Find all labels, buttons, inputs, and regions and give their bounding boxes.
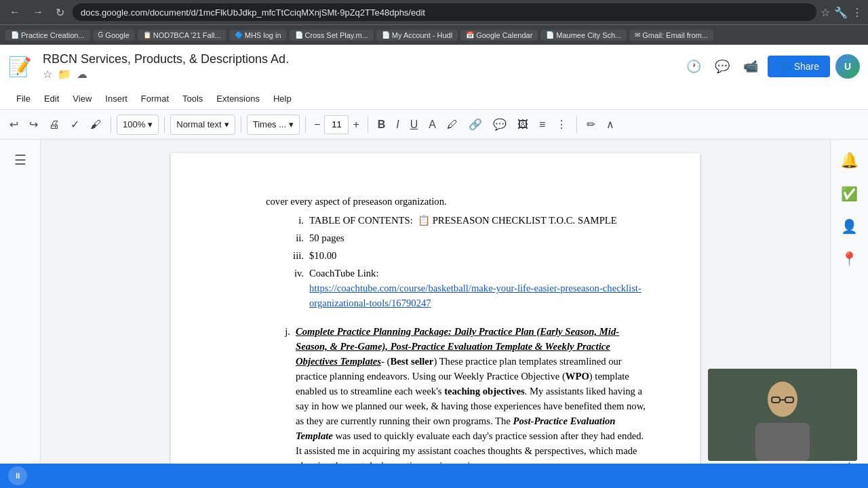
highlight-button[interactable]: 🖊 [443, 116, 462, 134]
zoom-value: 100% [123, 119, 145, 129]
notification-icon[interactable]: 🔔 [836, 148, 863, 174]
pause-button[interactable]: ⏸ [8, 466, 27, 485]
bookmark-nod7bca[interactable]: 📋 NOD7BCA '21 Fall... [138, 30, 226, 41]
text-color-button[interactable]: A [425, 116, 440, 134]
pencil-button[interactable]: ✏ [583, 115, 599, 134]
forward-button[interactable]: → [28, 5, 47, 20]
marker-iii: iii. [279, 248, 304, 263]
marker-i: i. [279, 213, 304, 228]
docs-header: 📝 RBCN Services, Products, & Description… [0, 45, 868, 88]
italic-button[interactable]: I [392, 116, 403, 134]
list-item: iii. $10.00 [279, 248, 646, 263]
bookmark-hudl[interactable]: 📄 My Account - Hudl [376, 30, 458, 41]
style-value: Normal text [176, 119, 221, 129]
share-icon: 👤 [778, 61, 790, 72]
avatar[interactable]: U [835, 54, 860, 79]
more-button[interactable]: ⋮ [552, 115, 571, 134]
video-silhouette [708, 369, 857, 461]
bookmark-crossset[interactable]: 📄 Cross Set Play.m... [290, 30, 374, 41]
bookmark-icon-5: 📄 [382, 31, 390, 39]
sidebar-left: ☰ [0, 140, 41, 488]
bookmark-calendar[interactable]: 📅 Google Calendar [460, 30, 538, 41]
share-button[interactable]: 👤 Share [768, 56, 830, 77]
map-pin-icon[interactable]: 📍 [837, 247, 862, 271]
style-dropdown[interactable]: Normal text ▾ [170, 115, 235, 135]
browser-controls: ← → ↻ [5, 5, 68, 20]
style-chevron-icon: ▾ [224, 119, 229, 129]
back-button[interactable]: ← [5, 5, 24, 20]
bookmark-maumee[interactable]: 📄 Maumee City Sch... [540, 30, 627, 41]
menu-bar: File Edit View Insert Format Tools Exten… [0, 88, 868, 110]
separator-3 [241, 117, 241, 133]
reload-button[interactable]: ↻ [52, 5, 68, 20]
collapse-button[interactable]: ∧ [602, 115, 618, 134]
menu-insert[interactable]: Insert [100, 91, 133, 106]
address-bar[interactable]: docs.google.com/document/d/1mcFlkUbJdkp_… [73, 3, 816, 21]
zoom-chevron-icon: ▾ [148, 119, 153, 129]
doc-page: cover every aspect of preseason organiza… [171, 153, 700, 488]
bookmark-mhs[interactable]: 🔷 MHS log in [229, 30, 287, 41]
bookmark-icon-3: 🔷 [235, 31, 243, 39]
extensions-icon[interactable]: 🔧 [834, 6, 848, 19]
bookmark-icon-0: 📄 [11, 31, 19, 39]
marker-iv: iv. [279, 266, 304, 310]
section-j-title: Complete Practice Planning Package: Dail… [296, 326, 619, 367]
coachtube-link[interactable]: https://coachtube.com/course/basketball/… [309, 283, 642, 308]
bookmark-label-8: Gmail: Email from... [642, 31, 708, 39]
image-button[interactable]: 🖼 [513, 116, 532, 134]
wpo-abbr: WPO [566, 371, 589, 382]
docs-title[interactable]: RBCN Services, Products, & Descriptions … [43, 52, 674, 66]
bookmark-icon-6: 📅 [466, 31, 474, 39]
browser-icons: ☆ 🔧 ⋮ [821, 6, 863, 19]
bookmark-practice-creation[interactable]: 📄 Practice Creation... [5, 30, 90, 41]
print-button[interactable]: 🖨 [45, 116, 64, 134]
comment-button[interactable]: 💬 [489, 115, 511, 134]
menu-help[interactable]: Help [268, 91, 297, 106]
bookmark-google[interactable]: G Google [93, 30, 135, 41]
menu-tools[interactable]: Tools [177, 91, 208, 106]
bookmark-gmail[interactable]: ✉ Gmail: Email from... [629, 30, 713, 41]
video-overlay [708, 369, 857, 461]
svg-rect-3 [755, 423, 810, 461]
menu-file[interactable]: File [11, 91, 36, 106]
font-value: Times ... [253, 119, 286, 129]
bookmark-star-icon[interactable]: ☆ [821, 6, 830, 19]
menu-edit[interactable]: Edit [39, 91, 64, 106]
align-button[interactable]: ≡ [535, 116, 549, 134]
font-size-input[interactable] [324, 115, 349, 134]
link-button[interactable]: 🔗 [465, 115, 486, 134]
bottom-bar: ⏸ [0, 464, 868, 488]
bold-button[interactable]: B [374, 116, 390, 134]
cloud-icon[interactable]: ☁ [77, 68, 87, 81]
list-item: i. TABLE OF CONTENTS: 📋 PRESEASON CHECKL… [279, 213, 646, 228]
font-size-increase-button[interactable]: + [350, 117, 361, 132]
section-j: j. Complete Practice Planning Package: D… [266, 324, 646, 473]
star-icon[interactable]: ☆ [43, 68, 52, 81]
history-icon[interactable]: 🕐 [682, 55, 705, 78]
font-size-control: − + [311, 115, 362, 134]
undo-button[interactable]: ↩ [5, 115, 22, 134]
menu-format[interactable]: Format [136, 91, 174, 106]
outline-icon[interactable]: ☰ [10, 148, 31, 172]
font-dropdown[interactable]: Times ... ▾ [247, 115, 300, 135]
intro-text: cover every aspect of preseason organiza… [266, 194, 646, 209]
folder-icon[interactable]: 📁 [58, 68, 71, 81]
bookmark-label-5: My Account - Hudl [392, 31, 452, 39]
comments-icon[interactable]: 💬 [711, 55, 734, 78]
font-size-decrease-button[interactable]: − [311, 117, 323, 132]
meet-icon[interactable]: 📹 [739, 55, 762, 78]
person-icon[interactable]: 👤 [837, 214, 862, 239]
more-icon[interactable]: ⋮ [852, 6, 863, 19]
zoom-dropdown[interactable]: 100% ▾ [117, 115, 159, 135]
spellcheck-button[interactable]: ✓ [66, 115, 83, 134]
paint-format-button[interactable]: 🖌 [86, 116, 105, 134]
teaching-objectives: teaching objectives [444, 386, 524, 396]
redo-button[interactable]: ↪ [25, 115, 42, 134]
menu-extensions[interactable]: Extensions [211, 91, 265, 106]
bookmark-label-2: NOD7BCA '21 Fall... [153, 31, 221, 39]
check-circle-icon[interactable]: ✅ [837, 182, 862, 206]
separator-1 [111, 117, 111, 133]
menu-view[interactable]: View [67, 91, 97, 106]
underline-button[interactable]: U [406, 116, 422, 134]
list-item: iv. CoachTube Link: https://coachtube.co… [279, 266, 646, 310]
